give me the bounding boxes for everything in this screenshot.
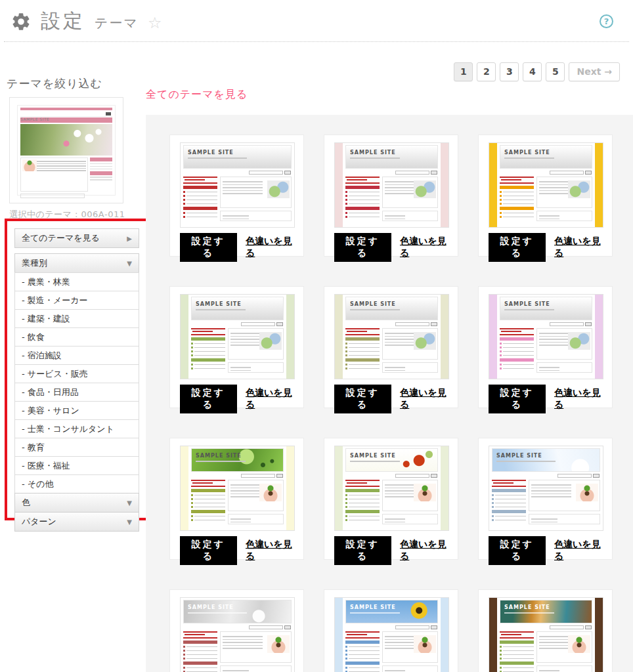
filter-category-item[interactable]: - 飲食 [14,327,139,346]
filter-view-all-button[interactable]: 全てのテーマを見る ▶ [14,228,139,248]
color-variants-link[interactable]: 色違いを見る [246,236,294,259]
preview-flower-photo [20,124,112,156]
theme-thumbnail[interactable]: SAMPLE SITE [489,142,603,228]
sample-site-title: SAMPLE SITE [492,449,600,459]
theme-thumbnail[interactable]: SAMPLE SITE [489,294,603,379]
configure-button[interactable]: 設定する [180,536,237,565]
pagination-page-button[interactable]: 3 [500,62,519,81]
preview-site-title: SAMPLE SITE [20,117,49,121]
configure-button[interactable]: 設定する [180,233,237,262]
filter-category-item[interactable]: - 美容・サロン [14,401,139,420]
configure-button[interactable]: 設定する [334,233,391,262]
filter-category-item[interactable]: - 建築・建設 [14,309,139,328]
configure-button[interactable]: 設定する [334,385,391,413]
theme-thumbnail[interactable]: SAMPLE SITE [489,597,603,672]
chevron-down-icon: ▼ [127,260,132,267]
filter-category-item[interactable]: - サービス・販売 [14,364,139,383]
sample-site-title: SAMPLE SITE [500,600,592,610]
sample-site-title: SAMPLE SITE [184,146,291,156]
filter-category-item[interactable]: - その他 [14,474,139,494]
thumb-contact-banner [345,480,380,487]
favorite-star-icon[interactable]: ☆ [148,11,162,32]
theme-side-color [181,446,188,530]
theme-card: SAMPLE SITE [478,438,613,560]
theme-side-color [489,295,497,379]
theme-thumbnail[interactable]: SAMPLE SITE [180,446,295,531]
sample-site-title: SAMPLE SITE [346,600,437,610]
settings-theme-page: 設定 テーマ ☆ ? 12345Next → テーマを絞り込む SAMPLE S… [0,0,633,672]
theme-thumbnail[interactable]: SAMPLE SITE [180,597,295,672]
thumb-content-image [414,332,436,350]
filter-category-item[interactable]: - 教育 [14,438,139,457]
color-variants-link[interactable]: 色違いを見る [400,236,448,259]
filter-category-item[interactable]: - 医療・福祉 [14,456,139,475]
filter-group-header[interactable]: 業種別 ▼ [14,253,139,273]
theme-thumbnail[interactable]: SAMPLE SITE [180,142,295,228]
theme-thumbnail[interactable]: SAMPLE SITE [489,446,603,531]
view-all-themes-link[interactable]: 全てのテーマを見る [146,88,248,102]
filter-category-item[interactable]: - 食品・日用品 [14,383,139,402]
color-variants-link[interactable]: 色違いを見る [246,539,294,562]
pagination-page-button[interactable]: 4 [523,62,542,81]
color-variants-link[interactable]: 色違いを見る [400,387,448,411]
pagination-page-button[interactable]: 1 [454,62,473,81]
theme-thumbnail[interactable]: SAMPLE SITE [334,446,449,531]
thumb-content-image [259,484,282,501]
theme-side-color [441,143,448,227]
color-variants-link[interactable]: 色違いを見る [400,539,448,562]
sample-site-title: SAMPLE SITE [500,146,592,156]
filter-group-header[interactable]: 色 ▼ [14,493,139,513]
theme-side-color [489,143,497,227]
theme-thumbnail[interactable]: SAMPLE SITE [334,597,449,672]
thumb-header: SAMPLE SITE [345,600,438,623]
theme-side-color [335,446,343,530]
page-header: 設定 テーマ ☆ [11,8,162,35]
pagination-page-button[interactable]: 2 [477,62,496,81]
theme-grid-area: SAMPLE SITE [146,115,633,672]
preview-seedling-image [22,159,37,171]
thumb-header: SAMPLE SITE [191,448,284,472]
thumb-contact-banner [345,177,380,184]
theme-card: SAMPLE SITE [169,589,304,672]
thumb-search-bar [492,473,600,478]
color-variants-link[interactable]: 色違いを見る [554,539,602,562]
filter-group-header[interactable]: パターン ▼ [14,512,139,532]
theme-thumbnail[interactable]: SAMPLE SITE [180,294,295,379]
pagination-page-button[interactable]: 5 [546,62,565,81]
theme-side-color [335,143,343,227]
configure-button[interactable]: 設定する [489,385,546,413]
color-variants-link[interactable]: 色違いを見る [554,387,602,411]
theme-thumbnail[interactable]: SAMPLE SITE [334,142,449,228]
chevron-down-icon: ▼ [127,518,132,526]
thumb-content-image [568,635,590,653]
filter-category-item[interactable]: - 農業・林業 [14,272,139,291]
theme-card: SAMPLE SITE [169,438,304,560]
chevron-right-icon: ▶ [127,235,132,242]
filter-heading: テーマを絞り込む [7,76,102,91]
color-variants-link[interactable]: 色違いを見る [554,236,602,259]
sample-site-title: SAMPLE SITE [500,297,592,307]
gear-icon [11,11,32,32]
thumb-contact-banner [492,480,526,487]
configure-button[interactable]: 設定する [180,385,237,413]
thumb-content-image [414,484,436,501]
thumb-header: SAMPLE SITE [345,145,438,169]
configure-button[interactable]: 設定する [334,536,391,565]
filter-category-item[interactable]: - 宿泊施設 [14,346,139,365]
theme-side-color [181,295,188,379]
filter-category-item[interactable]: - 士業・コンサルタント [14,419,139,438]
theme-thumbnail[interactable]: SAMPLE SITE [334,294,449,379]
thumb-search-bar [345,170,438,175]
thumb-contact-banner [191,328,225,335]
selected-theme-preview: SAMPLE SITE [9,97,123,203]
theme-side-color [441,598,448,672]
configure-button[interactable]: 設定する [489,536,546,565]
pagination-next-button[interactable]: Next → [569,62,620,81]
theme-side-color [595,295,603,379]
thumb-contact-banner [183,631,217,639]
help-icon[interactable]: ? [600,14,613,28]
thumb-header: SAMPLE SITE [500,600,592,623]
configure-button[interactable]: 設定する [489,233,546,262]
color-variants-link[interactable]: 色違いを見る [246,387,294,411]
filter-category-item[interactable]: - 製造・メーカー [14,291,139,310]
